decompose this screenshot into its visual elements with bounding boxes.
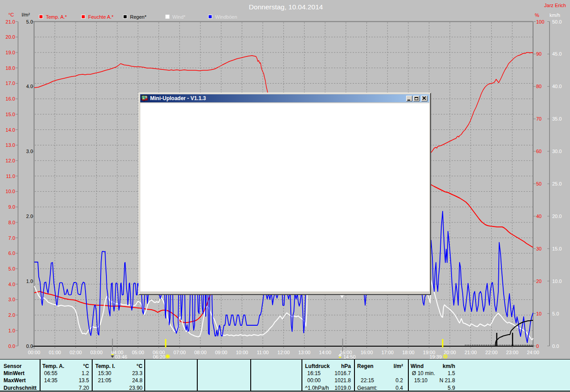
- svg-text:0.0: 0.0: [552, 344, 559, 349]
- svg-text:01:00: 01:00: [49, 350, 61, 355]
- svg-text:60: 60: [536, 149, 542, 154]
- svg-text:14:00: 14:00: [319, 350, 331, 355]
- svg-text:3.0: 3.0: [8, 297, 15, 302]
- svg-text:Donnerstag, 10.04.2014: Donnerstag, 10.04.2014: [249, 3, 323, 11]
- svg-text:Jarz Erich: Jarz Erich: [544, 3, 566, 8]
- svg-text:05:00: 05:00: [132, 350, 144, 355]
- svg-text:3.0: 3.0: [26, 149, 33, 154]
- svg-text:30.0: 30.0: [552, 149, 562, 154]
- svg-text:9.0: 9.0: [8, 204, 15, 210]
- svg-text:7.0: 7.0: [8, 235, 15, 241]
- svg-text:2.0: 2.0: [26, 214, 33, 219]
- svg-text:50: 50: [536, 181, 542, 186]
- svg-text:30: 30: [536, 246, 542, 251]
- svg-text:13.0: 13.0: [6, 142, 15, 148]
- svg-text:5.0: 5.0: [26, 19, 33, 24]
- svg-text:2.0: 2.0: [8, 312, 15, 318]
- svg-text:08:00: 08:00: [194, 350, 207, 355]
- svg-text:02:00: 02:00: [69, 350, 82, 355]
- svg-text:20.0: 20.0: [6, 34, 15, 40]
- svg-text:13:00: 13:00: [298, 350, 311, 355]
- svg-text:35.0: 35.0: [552, 116, 562, 121]
- svg-text:l/m²: l/m²: [22, 12, 30, 17]
- svg-text:22:00: 22:00: [485, 350, 498, 355]
- svg-text:03:00: 03:00: [90, 350, 103, 355]
- svg-text:6.0: 6.0: [8, 251, 15, 256]
- svg-text:10:00: 10:00: [236, 350, 248, 355]
- svg-text:5.0: 5.0: [552, 311, 559, 316]
- svg-text:21:00: 21:00: [464, 350, 477, 355]
- svg-text:20: 20: [536, 279, 542, 284]
- svg-text:11.0: 11.0: [6, 174, 15, 179]
- svg-text:100: 100: [536, 19, 544, 24]
- svg-text:Windböen: Windböen: [215, 14, 237, 20]
- svg-text:18:00: 18:00: [402, 350, 415, 355]
- svg-text:1.0: 1.0: [8, 328, 15, 333]
- svg-text:1.0: 1.0: [26, 279, 33, 284]
- svg-text:Regen*: Regen*: [130, 14, 147, 20]
- svg-text:23:00: 23:00: [506, 350, 519, 355]
- svg-text:15.0: 15.0: [6, 112, 15, 117]
- svg-text:45.0: 45.0: [552, 51, 562, 57]
- svg-text:09:00: 09:00: [215, 350, 228, 355]
- svg-text:12.0: 12.0: [6, 158, 15, 163]
- svg-text:16.0: 16.0: [6, 96, 15, 101]
- svg-text:11:00: 11:00: [257, 350, 269, 355]
- svg-text:10.0: 10.0: [6, 189, 15, 194]
- svg-text:8.0: 8.0: [8, 220, 15, 225]
- svg-text:00:00: 00:00: [28, 350, 41, 355]
- svg-text:14.0: 14.0: [6, 127, 15, 133]
- svg-text:Temp. A.*: Temp. A.*: [46, 14, 67, 20]
- svg-text:24:00: 24:00: [527, 350, 539, 355]
- svg-text:Wind*: Wind*: [172, 14, 186, 20]
- svg-text:°C: °C: [8, 12, 14, 17]
- svg-text:15.0: 15.0: [552, 246, 562, 251]
- svg-text:17.0: 17.0: [6, 81, 15, 86]
- svg-text:km/h: km/h: [550, 12, 560, 18]
- svg-text:70: 70: [536, 116, 542, 121]
- svg-text:4.0: 4.0: [26, 84, 33, 89]
- svg-text:17:00: 17:00: [381, 350, 394, 355]
- svg-text:20.0: 20.0: [552, 214, 562, 219]
- svg-text:4.0: 4.0: [8, 282, 15, 287]
- svg-text:25.0: 25.0: [552, 181, 562, 186]
- svg-text:0: 0: [536, 344, 539, 349]
- svg-text:40.0: 40.0: [552, 84, 562, 89]
- svg-text:80: 80: [536, 84, 542, 89]
- svg-text:10: 10: [536, 311, 542, 316]
- svg-text:0.0: 0.0: [26, 344, 33, 349]
- svg-text:21.0: 21.0: [6, 19, 15, 24]
- svg-text:10.0: 10.0: [552, 279, 562, 284]
- svg-text:90: 90: [536, 51, 542, 57]
- svg-text:Feuchte A.*: Feuchte A.*: [88, 14, 114, 20]
- svg-text:12:00: 12:00: [277, 350, 290, 355]
- svg-text:0.0: 0.0: [8, 344, 15, 349]
- svg-text:%: %: [535, 12, 539, 18]
- svg-text:19.0: 19.0: [6, 50, 15, 55]
- svg-text:07:00: 07:00: [174, 350, 186, 355]
- svg-text:50.0: 50.0: [552, 19, 562, 24]
- svg-text:5.0: 5.0: [8, 266, 15, 271]
- svg-text:18.0: 18.0: [6, 65, 15, 71]
- svg-text:16:00: 16:00: [361, 350, 373, 355]
- svg-text:40: 40: [536, 214, 542, 219]
